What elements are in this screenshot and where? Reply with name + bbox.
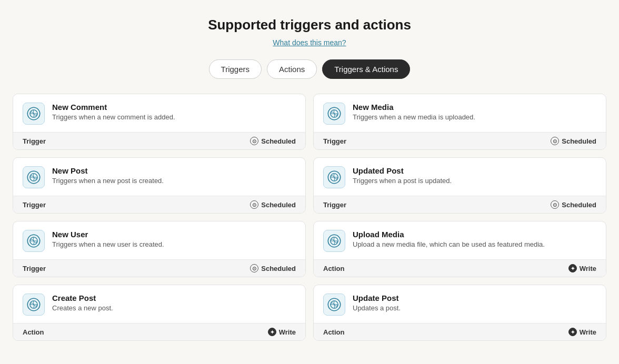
card-description: Triggers when a new post is created. [52, 177, 164, 185]
badge-write: ✦ Write [568, 264, 596, 272]
scheduled-icon: ⊙ [551, 200, 559, 209]
card-title: Upload Media [353, 230, 545, 239]
wordpress-icon [23, 166, 45, 188]
wordpress-icon [23, 294, 45, 316]
card-type: Trigger [23, 201, 46, 209]
card-type: Trigger [323, 201, 346, 209]
badge-scheduled: ⊙ Scheduled [250, 200, 296, 209]
card-body: Create Post Creates a new post. [13, 285, 305, 323]
help-link[interactable]: What does this mean? [273, 38, 346, 47]
scheduled-icon: ⊙ [551, 137, 559, 145]
card-title: New Post [52, 166, 164, 175]
card-create-post: Create Post Creates a new post. Action ✦… [13, 285, 306, 341]
badge-label: Scheduled [562, 201, 596, 209]
card-footer: Action ✦ Write [314, 259, 606, 277]
card-footer: Trigger ⊙ Scheduled [13, 196, 305, 213]
wordpress-icon [23, 230, 45, 252]
badge-write: ✦ Write [568, 328, 596, 336]
wordpress-icon [323, 230, 345, 252]
card-footer: Trigger ⊙ Scheduled [13, 132, 305, 149]
card-footer: Action ✦ Write [13, 323, 305, 340]
card-new-user: New User Triggers when a new user is cre… [13, 221, 306, 277]
badge-scheduled: ⊙ Scheduled [250, 264, 296, 272]
card-description: Upload a new media file, which can be us… [353, 240, 545, 248]
card-new-media: New Media Triggers when a new media is u… [313, 94, 606, 150]
badge-label: Scheduled [261, 137, 296, 145]
card-footer: Trigger ⊙ Scheduled [314, 132, 606, 149]
card-description: Updates a post. [353, 304, 401, 312]
scheduled-icon: ⊙ [250, 137, 258, 145]
card-description: Triggers when a new user is created. [52, 240, 164, 248]
card-title: New User [52, 230, 164, 239]
badge-scheduled: ⊙ Scheduled [551, 137, 596, 145]
wordpress-icon [323, 103, 345, 125]
card-footer: Trigger ⊙ Scheduled [13, 259, 305, 277]
card-body: New Comment Triggers when a new comment … [13, 94, 305, 132]
card-description: Creates a new post. [52, 304, 113, 312]
write-icon: ✦ [568, 328, 577, 336]
card-type: Action [323, 265, 344, 272]
card-description: Triggers when a new media is uploaded. [353, 113, 475, 121]
badge-label: Scheduled [261, 265, 296, 272]
card-type: Action [323, 328, 344, 336]
card-type: Trigger [323, 137, 346, 145]
badge-label: Scheduled [261, 201, 296, 209]
wordpress-icon [23, 103, 45, 125]
card-new-post: New Post Triggers when a new post is cre… [13, 157, 306, 214]
card-title: Update Post [353, 294, 401, 302]
card-type: Trigger [23, 137, 46, 145]
card-title: Create Post [52, 294, 113, 302]
tab-triggers[interactable]: Triggers [209, 59, 262, 79]
card-footer: Action ✦ Write [314, 323, 606, 340]
wordpress-icon [323, 166, 345, 188]
card-description: Triggers when a new comment is added. [52, 113, 175, 121]
card-body: New User Triggers when a new user is cre… [13, 221, 305, 259]
scheduled-icon: ⊙ [250, 264, 258, 272]
cards-grid: New Comment Triggers when a new comment … [13, 94, 606, 341]
card-title: New Media [353, 103, 475, 112]
write-icon: ✦ [568, 264, 577, 272]
card-body: Update Post Updates a post. [314, 285, 606, 323]
tab-triggers-actions[interactable]: Triggers & Actions [322, 59, 410, 79]
card-update-post: Update Post Updates a post. Action ✦ Wri… [313, 285, 606, 341]
card-body: Updated Post Triggers when a post is upd… [314, 158, 606, 196]
card-footer: Trigger ⊙ Scheduled [314, 196, 606, 213]
card-body: New Media Triggers when a new media is u… [314, 94, 606, 132]
badge-label: Write [279, 328, 296, 336]
card-upload-media: Upload Media Upload a new media file, wh… [313, 221, 606, 277]
badge-label: Scheduled [562, 137, 596, 145]
card-body: New Post Triggers when a new post is cre… [13, 158, 305, 196]
write-icon: ✦ [268, 328, 276, 336]
tab-bar: Triggers Actions Triggers & Actions [209, 59, 411, 79]
badge-scheduled: ⊙ Scheduled [551, 200, 596, 209]
wordpress-icon [323, 294, 345, 316]
badge-label: Write [580, 265, 596, 272]
card-type: Trigger [23, 265, 46, 272]
card-title: Updated Post [353, 166, 452, 175]
card-body: Upload Media Upload a new media file, wh… [314, 221, 606, 259]
card-title: New Comment [52, 103, 175, 112]
card-updated-post: Updated Post Triggers when a post is upd… [313, 157, 606, 214]
tab-actions[interactable]: Actions [267, 59, 317, 79]
card-description: Triggers when a post is updated. [353, 177, 452, 185]
badge-scheduled: ⊙ Scheduled [250, 137, 296, 145]
page-title: Supported triggers and actions [208, 17, 411, 33]
scheduled-icon: ⊙ [250, 200, 258, 209]
badge-label: Write [580, 328, 596, 336]
badge-write: ✦ Write [268, 328, 296, 336]
card-type: Action [23, 328, 44, 336]
card-new-comment: New Comment Triggers when a new comment … [13, 94, 306, 150]
